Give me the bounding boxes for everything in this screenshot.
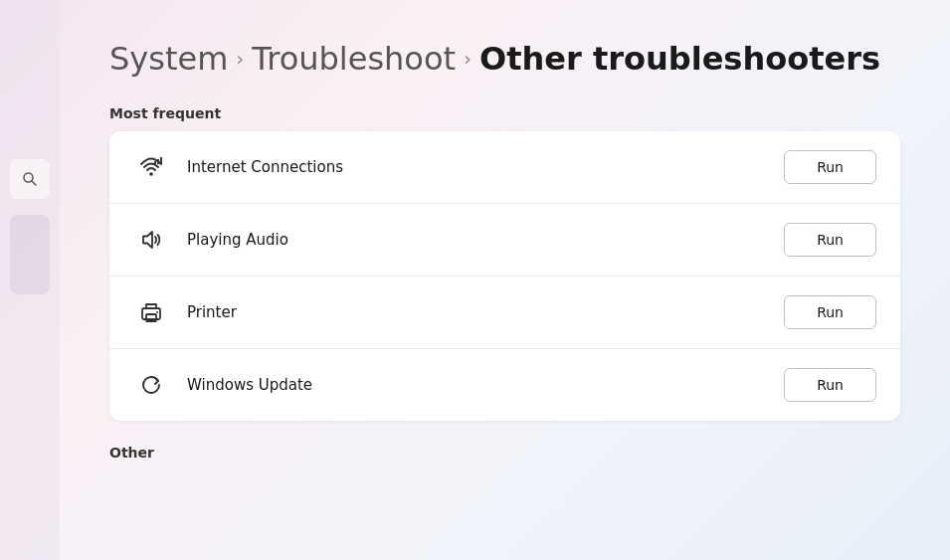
list-item: Playing Audio Run [109,204,900,277]
main-content: System › Troubleshoot › Other troublesho… [60,0,950,560]
search-icon [22,171,38,187]
breadcrumb-troubleshoot[interactable]: Troubleshoot [252,40,456,78]
wifi-icon [133,149,169,185]
breadcrumb-system[interactable]: System [109,40,228,78]
svg-point-8 [156,311,158,313]
svg-rect-5 [160,157,162,164]
audio-icon [133,222,169,258]
breadcrumb-chevron-2: › [464,47,472,71]
svg-point-2 [149,172,153,176]
svg-line-1 [32,181,36,185]
svg-rect-3 [154,161,156,164]
search-button[interactable] [10,159,50,199]
svg-rect-7 [146,314,156,321]
page-title: Other troubleshooters [479,40,880,78]
playing-audio-label: Playing Audio [187,231,784,249]
sidebar [0,0,60,560]
playing-audio-run-button[interactable]: Run [784,223,876,257]
printer-icon [133,294,169,330]
sidebar-nav-block [10,215,50,294]
windows-update-label: Windows Update [187,376,784,394]
list-item: Printer Run [109,277,900,349]
breadcrumb: System › Troubleshoot › Other troublesho… [109,40,900,78]
most-frequent-section-label: Most frequent [109,105,900,121]
other-section-label: Other [109,445,900,461]
breadcrumb-chevron-1: › [236,47,244,71]
internet-connections-run-button[interactable]: Run [784,150,876,184]
internet-connections-label: Internet Connections [187,158,784,176]
printer-run-button[interactable]: Run [784,295,876,329]
update-icon [133,367,169,403]
windows-update-run-button[interactable]: Run [784,368,876,402]
svg-rect-4 [157,159,159,164]
list-item: Windows Update Run [109,349,900,421]
printer-label: Printer [187,303,784,321]
list-item: Internet Connections Run [109,131,900,204]
most-frequent-list: Internet Connections Run Playing Audio R… [109,131,900,421]
